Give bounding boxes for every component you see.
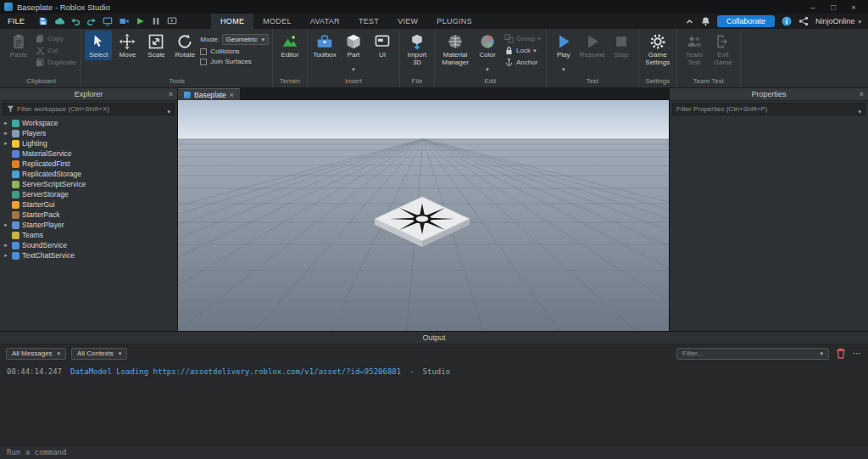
tree-item-serverscriptservice[interactable]: ServerScriptService xyxy=(0,179,177,189)
anchor-button[interactable]: Anchor xyxy=(503,58,542,67)
tree-item-starterpack[interactable]: StarterPack xyxy=(0,210,177,220)
copy-button[interactable]: Copy xyxy=(34,34,77,43)
output-filter-combo[interactable] xyxy=(676,348,829,360)
toolbox-button[interactable]: Toolbox xyxy=(311,31,338,60)
publish-icon[interactable] xyxy=(53,16,64,27)
lock-button[interactable]: Lock xyxy=(503,46,542,55)
screen-share-icon[interactable] xyxy=(166,16,177,27)
tree-item-textchatservice[interactable]: ▸TextChatService xyxy=(0,250,177,260)
undo-icon[interactable] xyxy=(70,16,81,27)
color-button[interactable]: Color xyxy=(474,31,501,76)
tab-model[interactable]: MODEL xyxy=(253,14,301,29)
tree-item-workspace[interactable]: ▸Workspace xyxy=(0,118,177,128)
tab-plugins[interactable]: PLUGINS xyxy=(427,14,481,29)
tree-item-serverstorage[interactable]: ServerStorage xyxy=(0,189,177,199)
collaborate-button[interactable]: Collaborate xyxy=(717,15,775,27)
button-label: Team Test xyxy=(682,51,707,66)
command-input[interactable] xyxy=(7,448,861,456)
button-label: Duplicate xyxy=(47,59,75,66)
tab-baseplate[interactable]: Baseplate × xyxy=(178,88,240,100)
duplicate-button[interactable]: Duplicate xyxy=(34,58,77,67)
tree-item-starterplayer[interactable]: ▸StarterPlayer xyxy=(0,220,177,230)
scale-tool-button[interactable]: Scale xyxy=(142,31,170,60)
expand-arrow-icon[interactable]: ▸ xyxy=(3,130,9,137)
play-button[interactable]: Play xyxy=(550,31,577,76)
tree-item-lighting[interactable]: ▸Lighting xyxy=(0,138,177,148)
ribbon-group-clipboard: Paste Copy Cut Duplicate Clipboard xyxy=(2,29,81,87)
user-account-menu[interactable]: NinjoOnline xyxy=(815,17,861,25)
chevron-down-icon[interactable] xyxy=(858,102,861,117)
collisions-checkbox[interactable]: Collisions xyxy=(200,48,269,55)
game-settings-button[interactable]: Game Settings xyxy=(643,31,673,68)
tab-test[interactable]: TEST xyxy=(349,14,388,29)
tab-view[interactable]: VIEW xyxy=(388,14,427,29)
tree-item-label: ServerScriptService xyxy=(22,180,86,188)
close-icon[interactable]: × xyxy=(230,91,234,99)
screenshot-icon[interactable] xyxy=(102,16,113,27)
cut-button[interactable]: Cut xyxy=(34,46,77,55)
import-3d-button[interactable]: Import 3D xyxy=(403,31,431,68)
tree-item-replicatedfirst[interactable]: ReplicatedFirst xyxy=(0,159,177,169)
tree-item-label: ReplicatedFirst xyxy=(22,160,70,168)
minimize-button[interactable]: – xyxy=(803,3,823,12)
tab-avatar[interactable]: AVATAR xyxy=(301,14,349,29)
play-icon[interactable] xyxy=(134,16,145,27)
material-manager-button[interactable]: Material Manager xyxy=(438,31,472,68)
log-message[interactable]: DataModel Loading https://assetdelivery.… xyxy=(70,367,401,376)
expand-arrow-icon[interactable]: ▸ xyxy=(3,221,9,228)
close-icon[interactable]: × xyxy=(860,88,864,101)
stop-button[interactable]: Stop xyxy=(608,31,635,60)
expand-arrow-icon[interactable]: ▸ xyxy=(3,252,9,259)
move-tool-button[interactable]: Move xyxy=(114,31,141,60)
ui-button[interactable]: UI xyxy=(369,31,396,60)
tree-item-replicatedstorage[interactable]: ReplicatedStorage xyxy=(0,169,177,179)
pause-icon[interactable] xyxy=(150,16,161,27)
resume-button[interactable]: Resume xyxy=(579,31,606,60)
contexts-filter-dropdown[interactable]: All Contexts xyxy=(71,348,127,360)
toolbox-icon xyxy=(316,33,333,50)
messages-filter-dropdown[interactable]: All Messages xyxy=(6,348,66,360)
tree-item-players[interactable]: ▸Players xyxy=(0,128,177,138)
rotate-tool-button[interactable]: Rotate xyxy=(171,31,198,60)
join-surfaces-checkbox[interactable]: Join Surfaces xyxy=(200,58,269,65)
save-icon[interactable] xyxy=(37,16,48,27)
notifications-bell-icon[interactable] xyxy=(701,16,710,26)
tree-item-label: TextChatService xyxy=(22,251,75,260)
explorer-filter-input[interactable] xyxy=(17,105,164,113)
terrain-editor-button[interactable]: Editor xyxy=(276,31,303,60)
team-test-button[interactable]: Team Test xyxy=(681,31,708,68)
close-button[interactable]: × xyxy=(843,3,864,12)
output-filter-input[interactable] xyxy=(682,350,815,357)
info-icon[interactable] xyxy=(782,16,792,26)
expand-arrow-icon[interactable]: ▸ xyxy=(3,120,9,126)
expand-arrow-icon[interactable]: ▸ xyxy=(3,242,9,249)
ribbon-group-label: Team Test xyxy=(681,76,737,87)
tree-item-materialservice[interactable]: MaterialService xyxy=(0,148,177,159)
tab-home[interactable]: HOME xyxy=(211,14,253,29)
3d-viewport[interactable] xyxy=(178,100,669,331)
maximize-button[interactable]: □ xyxy=(823,3,843,12)
more-options-button[interactable]: ⋯ xyxy=(853,349,862,358)
mode-select[interactable]: Geometric xyxy=(222,34,269,45)
close-icon[interactable]: × xyxy=(169,88,173,101)
copy-icon xyxy=(36,34,45,43)
clear-output-button[interactable] xyxy=(834,348,848,360)
share-icon[interactable] xyxy=(798,16,809,26)
collapse-ribbon-icon[interactable] xyxy=(685,17,694,26)
part-button[interactable]: Part xyxy=(340,31,367,76)
record-video-icon[interactable] xyxy=(118,16,129,27)
expand-arrow-icon[interactable]: ▸ xyxy=(3,140,9,147)
exit-game-button[interactable]: Exit Game xyxy=(709,31,737,68)
select-tool-button[interactable]: Select xyxy=(85,31,112,60)
ribbon-group-label: File xyxy=(403,76,431,87)
paste-button[interactable]: Paste xyxy=(5,31,32,60)
material-manager-icon xyxy=(447,33,464,50)
tree-item-soundservice[interactable]: ▸SoundService xyxy=(0,240,177,250)
tree-item-startergui[interactable]: StarterGui xyxy=(0,199,177,210)
chevron-down-icon[interactable] xyxy=(167,102,170,117)
properties-filter-input[interactable] xyxy=(676,105,855,113)
file-menu-button[interactable]: FILE xyxy=(0,14,32,29)
redo-icon[interactable] xyxy=(86,16,97,27)
group-button[interactable]: Group xyxy=(503,34,542,43)
tree-item-teams[interactable]: Teams xyxy=(0,230,177,240)
